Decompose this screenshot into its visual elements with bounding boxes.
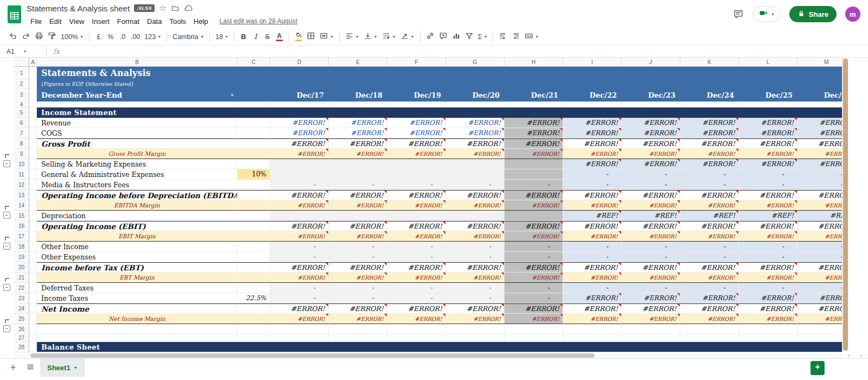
row-header-16[interactable]: 16 bbox=[14, 221, 29, 231]
insert-link-button[interactable] bbox=[424, 30, 437, 43]
cell-K18[interactable]: - bbox=[680, 242, 739, 252]
cell-I22[interactable]: - bbox=[563, 283, 622, 293]
cell-D27[interactable] bbox=[270, 334, 329, 342]
cell-A16[interactable] bbox=[29, 221, 37, 231]
cell-K19[interactable]: - bbox=[680, 252, 739, 262]
cell-G14[interactable]: #ERROR! bbox=[446, 200, 505, 211]
add-sheet-button[interactable]: + bbox=[5, 360, 21, 376]
cell-E15[interactable] bbox=[329, 211, 387, 221]
cell-E27[interactable] bbox=[329, 334, 387, 342]
cell-D16[interactable]: #ERROR! bbox=[270, 221, 329, 231]
star-icon[interactable]: ☆ bbox=[159, 3, 166, 13]
cell-G12[interactable]: - bbox=[446, 180, 505, 190]
last-edit-link[interactable]: Last edit was on 28 August bbox=[220, 17, 297, 25]
row-header-4[interactable]: 4 bbox=[14, 102, 29, 107]
functions-button[interactable]: Σ▼ bbox=[476, 30, 490, 43]
cell-C3[interactable] bbox=[238, 88, 270, 102]
cell-E17[interactable]: #ERROR! bbox=[329, 231, 387, 242]
cell-M22[interactable]: - bbox=[797, 283, 842, 293]
cell-A23[interactable] bbox=[29, 293, 37, 303]
cell-G13[interactable]: #ERROR! bbox=[446, 190, 505, 200]
cell-M10[interactable]: #ERROR! bbox=[797, 159, 842, 169]
cell-B15[interactable]: Depreciation bbox=[37, 211, 238, 221]
cell-H9[interactable]: #ERROR! bbox=[505, 149, 563, 159]
cell-H24[interactable]: #ERROR! bbox=[505, 303, 563, 314]
cell-A10[interactable] bbox=[29, 159, 37, 169]
cell-F13[interactable]: #ERROR! bbox=[387, 190, 446, 200]
menu-insert[interactable]: Insert bbox=[88, 17, 113, 26]
column-header-H[interactable]: H bbox=[505, 58, 563, 67]
cell-A19[interactable] bbox=[29, 252, 37, 262]
cell-L9[interactable]: #ERROR! bbox=[739, 149, 797, 159]
cell-L15[interactable]: #REF! bbox=[739, 211, 797, 221]
cell-I17[interactable]: #ERROR! bbox=[563, 231, 622, 242]
cell-M3[interactable]: Dec/26 bbox=[797, 88, 842, 102]
text-direction-rtl-button[interactable] bbox=[509, 30, 522, 43]
cell-E19[interactable]: - bbox=[329, 252, 387, 262]
cell-G6[interactable]: #ERROR! bbox=[446, 118, 505, 128]
menu-data[interactable]: Data bbox=[143, 17, 165, 26]
redo-button[interactable] bbox=[20, 30, 33, 43]
italic-button[interactable]: I bbox=[250, 30, 261, 43]
cell-L27[interactable] bbox=[739, 334, 797, 342]
cell-M26[interactable] bbox=[797, 324, 842, 334]
cell-D22[interactable]: - bbox=[270, 283, 329, 293]
cell-L14[interactable]: #ERROR! bbox=[739, 200, 797, 211]
cell-M4[interactable] bbox=[797, 102, 842, 107]
cell-J12[interactable]: - bbox=[622, 180, 680, 190]
cell-L18[interactable]: - bbox=[739, 242, 797, 252]
cell-H27[interactable] bbox=[505, 334, 563, 342]
cell-D19[interactable]: - bbox=[270, 252, 329, 262]
cell-G20[interactable]: #ERROR! bbox=[446, 262, 505, 273]
cell-F20[interactable]: #ERROR! bbox=[387, 262, 446, 273]
text-color-button[interactable]: A bbox=[273, 30, 285, 43]
cell-D11[interactable] bbox=[270, 169, 329, 180]
cell-A11[interactable] bbox=[29, 169, 37, 180]
cell-D18[interactable]: - bbox=[270, 242, 329, 252]
row-group-collapse-button[interactable]: − bbox=[3, 212, 10, 219]
cell-J23[interactable]: #ERROR! bbox=[622, 293, 680, 303]
cell-G23[interactable]: - bbox=[446, 293, 505, 303]
cell-J7[interactable]: #ERROR! bbox=[622, 128, 680, 138]
cell-K6[interactable]: #ERROR! bbox=[680, 118, 739, 128]
avatar[interactable]: m bbox=[845, 7, 860, 22]
cell-H12[interactable]: - bbox=[505, 180, 563, 190]
cell-J9[interactable]: #ERROR! bbox=[622, 149, 680, 159]
cell-A22[interactable] bbox=[29, 283, 37, 293]
cell-B17[interactable]: EBIT Margin bbox=[37, 231, 238, 242]
cell-C23[interactable]: 22.5% bbox=[238, 293, 270, 303]
horizontal-align-button[interactable]: ▼ bbox=[343, 30, 361, 43]
row-header-25[interactable]: 25 bbox=[14, 314, 29, 324]
cell-H18[interactable]: - bbox=[505, 242, 563, 252]
cell-D13[interactable]: #ERROR! bbox=[270, 190, 329, 200]
cell-C25[interactable] bbox=[238, 314, 270, 324]
cell-A21[interactable] bbox=[29, 273, 37, 283]
number-format-button[interactable]: 123▼ bbox=[142, 30, 163, 43]
cell-D7[interactable]: #ERROR! bbox=[270, 128, 329, 138]
cell-M18[interactable]: - bbox=[797, 242, 842, 252]
cell-K16[interactable]: #ERROR! bbox=[680, 221, 739, 231]
cell-M23[interactable]: #ERROR! bbox=[797, 293, 842, 303]
cell-F11[interactable] bbox=[387, 169, 446, 180]
cell-G27[interactable] bbox=[446, 334, 505, 342]
cell-M7[interactable]: #ERROR! bbox=[797, 128, 842, 138]
row-header-26[interactable]: 26 bbox=[14, 324, 29, 334]
cell-A3[interactable] bbox=[29, 88, 37, 102]
input-tools-button[interactable]: ▼ bbox=[522, 30, 541, 43]
cell-E8[interactable]: #ERROR! bbox=[329, 138, 387, 149]
cell-K10[interactable]: #ERROR! bbox=[680, 159, 739, 169]
cell-J18[interactable]: - bbox=[622, 242, 680, 252]
menu-view[interactable]: View bbox=[65, 17, 88, 26]
name-box[interactable]: A1 ▼ bbox=[0, 46, 47, 57]
cell-G22[interactable]: - bbox=[446, 283, 505, 293]
cell-F18[interactable]: - bbox=[387, 242, 446, 252]
cell-F4[interactable] bbox=[387, 102, 446, 107]
cell-M21[interactable]: #ERROR! bbox=[797, 273, 842, 283]
cell-E16[interactable]: #ERROR! bbox=[329, 221, 387, 231]
cell-D9[interactable]: #ERROR! bbox=[270, 149, 329, 159]
cell-K25[interactable]: #ERROR! bbox=[680, 314, 739, 324]
cell-B9[interactable]: Gross Profit Margin bbox=[37, 149, 238, 159]
cell-J6[interactable]: #ERROR! bbox=[622, 118, 680, 128]
bold-button[interactable]: B bbox=[238, 30, 250, 43]
cell-K3[interactable]: Dec/24 bbox=[680, 88, 739, 102]
